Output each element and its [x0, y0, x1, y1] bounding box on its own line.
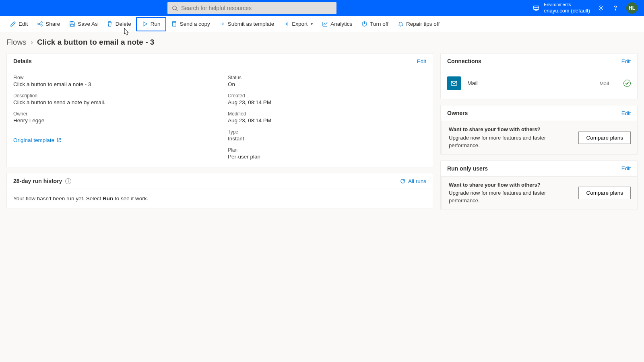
export-button[interactable]: Export ▾: [279, 19, 317, 30]
original-template-link[interactable]: Original template: [13, 137, 212, 143]
history-title: 28-day run history: [13, 178, 62, 184]
owners-card: Owners Edit Want to share your flow with…: [440, 105, 638, 155]
detail-created: Created Aug 23, 08:14 PM: [228, 93, 426, 105]
runonly-title: Run only users: [447, 165, 488, 172]
trash-icon: [107, 21, 113, 27]
search-container: [167, 2, 336, 14]
svg-point-5: [600, 7, 602, 9]
runonly-upgrade-box: Want to share your flow with others? Upg…: [441, 177, 637, 210]
svg-point-6: [615, 10, 615, 10]
share-icon: [37, 21, 43, 27]
breadcrumb-current: Click a button to email a note - 3: [37, 38, 154, 47]
chart-icon: [322, 21, 328, 27]
help-icon[interactable]: [612, 4, 619, 12]
svg-point-0: [172, 6, 176, 9]
export-icon: [283, 21, 289, 27]
search-box[interactable]: [167, 2, 336, 14]
owners-body: Want to share your flow with others? Upg…: [441, 121, 637, 154]
power-icon: [361, 21, 367, 27]
owners-upgrade-box: Want to share your flow with others? Upg…: [441, 121, 637, 154]
svg-line-11: [39, 24, 41, 25]
svg-line-1: [176, 9, 178, 11]
chevron-right-icon: ›: [31, 38, 33, 47]
refresh-icon: [400, 178, 406, 184]
edit-button[interactable]: Edit: [6, 19, 32, 30]
turnoff-button[interactable]: Turn off: [357, 19, 392, 30]
detail-type: Type Instant: [228, 129, 426, 142]
all-runs-link[interactable]: All runs: [400, 178, 426, 184]
history-body: Your flow hasn't been run yet. Select Ru…: [7, 189, 433, 208]
detail-owner: Owner Henry Legge: [13, 111, 212, 123]
breadcrumb-root[interactable]: Flows: [6, 38, 27, 47]
environment-label: Environments: [544, 2, 590, 7]
svg-rect-4: [535, 10, 537, 11]
submit-button[interactable]: Submit as template: [215, 19, 279, 30]
upgrade-text: Want to share your flow with others? Upg…: [449, 181, 570, 205]
environment-text: Environments enayu.com (default): [544, 2, 590, 14]
command-bar: Edit Share Save As Delete Run Send a cop…: [0, 16, 644, 32]
environment-picker[interactable]: Environments enayu.com (default): [533, 2, 590, 14]
history-header: 28-day run history i All runs: [7, 173, 433, 189]
right-column: Connections Edit Mail Mail Owner: [440, 53, 638, 210]
run-button[interactable]: Run: [136, 17, 166, 31]
svg-line-10: [39, 23, 41, 24]
info-icon[interactable]: i: [65, 178, 71, 184]
compare-plans-button[interactable]: Compare plans: [578, 132, 631, 144]
search-icon: [171, 5, 178, 11]
detail-status: Status On: [228, 75, 426, 87]
connections-body: Mail Mail: [441, 69, 637, 99]
pencil-icon: [10, 21, 16, 27]
external-link-icon: [56, 138, 62, 143]
play-icon: [142, 21, 148, 27]
left-column: Details Edit Flow Click a button to emai…: [6, 53, 433, 208]
details-edit-link[interactable]: Edit: [417, 58, 426, 64]
compare-plans-button[interactable]: Compare plans: [578, 187, 631, 199]
history-card: 28-day run history i All runs Your flow …: [6, 173, 433, 208]
settings-icon[interactable]: [597, 4, 605, 12]
chevron-down-icon: ▾: [311, 22, 313, 26]
analytics-button[interactable]: Analytics: [318, 19, 356, 30]
environment-icon: [533, 4, 540, 12]
owners-edit-link[interactable]: Edit: [621, 110, 631, 116]
delete-button[interactable]: Delete: [103, 19, 135, 30]
details-header: Details Edit: [7, 53, 433, 69]
detail-plan: Plan Per-user plan: [228, 147, 426, 160]
search-input[interactable]: [181, 5, 332, 11]
detail-description: Description Click a button to send a not…: [13, 93, 212, 105]
repair-button[interactable]: Repair tips off: [393, 19, 444, 30]
share-button[interactable]: Share: [33, 19, 64, 30]
top-header: Environments enayu.com (default) HL: [0, 0, 644, 16]
svg-point-7: [38, 23, 39, 25]
upgrade-text: Want to share your flow with others? Upg…: [449, 126, 570, 150]
svg-rect-12: [71, 22, 73, 23]
submit-icon: [219, 21, 225, 27]
save-icon: [69, 21, 75, 27]
sendcopy-button[interactable]: Send a copy: [167, 19, 214, 30]
details-card: Details Edit Flow Click a button to emai…: [6, 53, 433, 167]
svg-rect-2: [534, 6, 539, 10]
bell-icon: [397, 21, 404, 27]
content: Details Edit Flow Click a button to emai…: [0, 51, 644, 212]
owners-header: Owners Edit: [441, 105, 637, 121]
copy-icon: [171, 21, 178, 27]
connection-type: Mail: [599, 80, 609, 86]
saveas-button[interactable]: Save As: [65, 19, 102, 30]
runonly-header: Run only users Edit: [441, 161, 637, 177]
runonly-body: Want to share your flow with others? Upg…: [441, 177, 637, 210]
connections-header: Connections Edit: [441, 53, 637, 69]
connections-edit-link[interactable]: Edit: [621, 58, 631, 64]
runonly-edit-link[interactable]: Edit: [621, 165, 631, 171]
connection-row[interactable]: Mail Mail: [447, 75, 631, 92]
svg-point-8: [41, 22, 42, 23]
runonly-card: Run only users Edit Want to share your f…: [440, 160, 638, 210]
environment-name: enayu.com (default): [544, 8, 590, 14]
svg-rect-13: [71, 24, 74, 26]
avatar[interactable]: HL: [626, 2, 638, 14]
details-title: Details: [13, 58, 32, 64]
svg-point-9: [41, 25, 42, 26]
connections-title: Connections: [447, 58, 481, 64]
breadcrumb: Flows › Click a button to email a note -…: [0, 32, 644, 51]
connection-name: Mail: [467, 80, 478, 86]
connections-card: Connections Edit Mail Mail: [440, 53, 638, 99]
mail-icon: [447, 76, 461, 90]
